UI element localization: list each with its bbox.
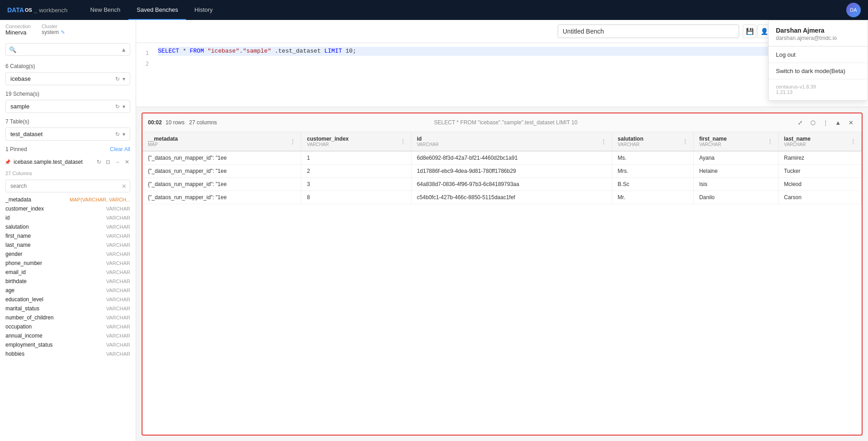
pinned-arrow-btn[interactable]: → [114,158,121,166]
column-search-clear-icon[interactable]: ✕ [122,183,127,190]
pin-icon: 📌 [5,159,11,165]
col-name-employment: employment_status [5,342,53,348]
save-button[interactable]: 💾 [743,24,756,38]
results-more-btn[interactable]: ⋮ [820,117,831,128]
nav-history[interactable]: History [186,0,221,20]
column-row-hobbies: hobbies VARCHAR [5,349,130,358]
col-type-occupation: VARCHAR [106,324,130,329]
table-row: {"_dataos_run_mapper_id": "1ee 1 6d8e609… [142,151,862,165]
td-ln-2: Tucker [778,165,861,178]
schema-dropdown[interactable]: sample ↻ ▾ [5,100,130,113]
results-thead: __metadataMAP ⋮ customer_indexVARCHAR ⋮ [142,132,862,151]
col-type-birthdate: VARCHAR [106,279,130,284]
results-external-btn[interactable]: ⬡ [807,117,818,128]
catalog-refresh-icon[interactable]: ↻ [115,76,120,82]
search-bar-wrap: 🔍 ▲ [0,39,136,59]
table-refresh-icon[interactable]: ↻ [115,131,120,137]
col-type-id: VARCHAR [106,215,130,220]
col-name-children: number_of_children [5,314,54,321]
schema-refresh-icon[interactable]: ↻ [115,103,120,110]
column-row-id: id VARCHAR [5,213,130,222]
schema-chevron-icon[interactable]: ▾ [123,103,125,110]
results-expand-btn[interactable]: ⤢ [794,117,805,128]
td-fn-2: Helaine [693,165,778,178]
column-list: _metadata MAP(VARCHAR, VARCH... customer… [0,195,136,358]
pinned-copy-btn[interactable]: ⊡ [105,158,111,166]
td-ln-3: Mcleod [778,178,861,191]
td-metadata-4: {"_dataos_run_mapper_id": "1ee [142,191,301,204]
results-panel: 00:02 10 rows 27 columns SELECT * FROM "… [142,113,863,436]
table-dropdown-actions: ↻ ▾ [115,131,125,137]
brand-workbench: workbench [39,7,68,14]
th-id-name: id [417,136,422,142]
col-name-salutation: salutation [5,224,29,230]
results-close-btn[interactable]: ✕ [845,117,856,128]
catalog-chevron-icon[interactable]: ▾ [123,76,125,82]
col-name-hobbies: hobbies [5,351,25,357]
schemas-section: 19 Schema(s) sample ↻ ▾ [0,87,136,115]
td-fn-1: Ayana [693,151,778,165]
col-menu-last-name[interactable]: ⋮ [850,138,856,145]
col-menu-id[interactable]: ⋮ [601,138,606,145]
th-metadata-name: __metadata [148,136,178,142]
col-type-customer-index: VARCHAR [106,206,130,211]
th-first-name-name: first_name [699,136,727,142]
th-last-name-name: last_name [784,136,811,142]
th-customer-index: customer_indexVARCHAR ⋮ [301,132,411,151]
col-type-education: VARCHAR [106,297,130,302]
search-input[interactable] [5,43,130,56]
pinned-item-actions: ↻ ⊡ → ✕ [96,158,130,166]
col-menu-salutation[interactable]: ⋮ [682,138,688,145]
col-name-email: email_id [5,269,26,275]
pinned-close-btn[interactable]: ✕ [124,158,130,166]
logout-item[interactable]: Log out [769,47,868,63]
table-chevron-icon[interactable]: ▾ [123,131,125,137]
td-metadata-3: {"_dataos_run_mapper_id": "1ee [142,178,301,191]
results-header-actions: ⤢ ⬡ ⋮ ▲ ✕ [794,117,856,128]
sql-content[interactable]: SELECT * FROM "icebase"."sample" .test_d… [152,43,868,107]
col-name-metadata: _metadata [5,196,31,203]
catalog-dropdown[interactable]: icebase ↻ ▾ [5,72,130,85]
edit-icon[interactable]: ✎ [61,29,65,35]
bench-title-input[interactable] [558,24,739,38]
dark-mode-item[interactable]: Switch to dark mode(Beta) [769,63,868,79]
nav-new-bench[interactable]: New Bench [82,0,128,20]
sidebar: Connection Minerva Cluster system ✎ 🔍 ▲ … [0,20,136,441]
col-type-email: VARCHAR [106,270,130,275]
brand-separator: _ [34,7,37,14]
clear-all-button[interactable]: Clear All [110,146,130,152]
col-type-hobbies: VARCHAR [106,351,130,357]
col-name-first-name: first_name [5,233,31,239]
col-name-phone: phone_number [5,260,42,266]
user-avatar[interactable]: DA [846,3,861,17]
sql-editor[interactable]: 1 2 SELECT * FROM "icebase"."sample" .te… [136,43,868,107]
results-table-wrap: __metadataMAP ⋮ customer_indexVARCHAR ⋮ [142,132,862,435]
col-type-first-name: VARCHAR [106,233,130,239]
line-numbers: 1 2 [136,43,152,74]
catalogs-section: 6 Catalog(s) icebase ↻ ▾ [0,59,136,87]
column-row-gender: gender VARCHAR [5,250,130,259]
column-search-input[interactable] [5,180,130,192]
table-row: {"_dataos_run_mapper_id": "1ee 8 c54b0fc… [142,191,862,204]
column-row-first-name: first_name VARCHAR [5,231,130,240]
connection-section: Connection Minerva [5,24,31,36]
column-row-employment: employment_status VARCHAR [5,340,130,349]
col-menu-customer-index[interactable]: ⋮ [400,138,406,145]
table-dropdown[interactable]: test_dataset ↻ ▾ [5,127,130,141]
col-menu-metadata[interactable]: ⋮ [290,138,295,145]
schema-value: sample [10,103,29,110]
col-type-children: VARCHAR [106,315,130,320]
column-row-age: age VARCHAR [5,286,130,295]
chevron-up-icon[interactable]: ▲ [121,46,127,53]
schema-dropdown-actions: ↻ ▾ [115,103,125,110]
pinned-refresh-btn[interactable]: ↻ [96,158,102,166]
col-name-birthdate: birthdate [5,278,27,284]
search-icon: 🔍 [9,46,16,53]
td-metadata-2: {"_dataos_run_mapper_id": "1ee [142,165,301,178]
results-query-preview: SELECT * FROM "icebase"."sample".test_da… [221,119,791,126]
col-menu-first-name[interactable]: ⋮ [767,138,773,145]
nav-saved-benches[interactable]: Saved Benches [128,0,186,20]
col-name-last-name: last_name [5,242,30,248]
results-collapse-btn[interactable]: ▲ [833,117,843,128]
td-ci-4: 8 [301,191,411,204]
